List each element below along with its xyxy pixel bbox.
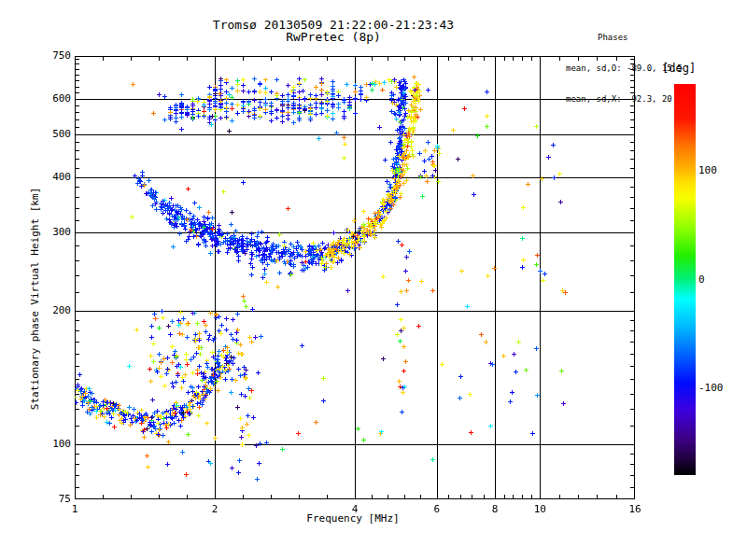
y-tick-label: 750 [24,49,71,62]
ionogram-screen: Tromsø 20130509 21:22:00-21:23:43 RwPret… [0,0,747,560]
colorbar-unit-label: [deg] [662,62,696,75]
scatter-plot-canvas [75,56,635,499]
x-tick-label: 2 [196,503,233,515]
y-tick-label: 400 [24,171,71,183]
colorbar-tick-label: -100 [698,382,724,394]
y-tick-label: 200 [24,304,71,316]
y-axis-label: Stationary phase Virtual Height [km] [29,188,41,410]
x-tick-label: 10 [521,503,558,515]
y-tick-label: 600 [24,92,71,105]
colorbar [674,84,696,475]
x-tick-label: 8 [476,503,514,515]
y-tick-label: 300 [24,226,71,238]
x-tick-label: 6 [418,503,456,515]
x-tick-label: 16 [616,503,654,515]
y-tick-label: 100 [24,438,71,450]
x-tick-label: 4 [336,503,374,515]
plot-subtitle: RwPretec (8p) [286,30,381,44]
phase-stats-heading: Phases [566,33,683,43]
colorbar-tick-label: 0 [698,273,705,286]
colorbar-tick-label: 100 [698,164,717,176]
y-tick-label: 75 [24,493,71,505]
y-tick-label: 500 [24,128,71,140]
